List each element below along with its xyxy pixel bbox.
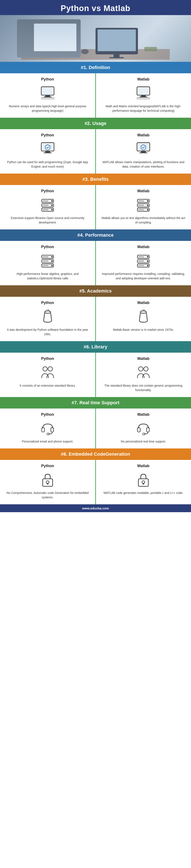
left-text-performance: High-performance linear algebra, graphic…	[4, 272, 91, 281]
section-header-usage: #2. Usage	[0, 118, 191, 129]
svg-rect-20	[141, 95, 146, 97]
section-header-realtime: #7. Real time Support	[0, 397, 191, 408]
svg-point-53	[51, 260, 53, 262]
left-col-library: Python It consists of an extensive stand…	[0, 353, 96, 397]
svg-rect-11	[144, 47, 157, 51]
hero-image	[0, 15, 191, 62]
left-title-usage: Python	[41, 133, 54, 137]
svg-rect-57	[42, 265, 49, 266]
right-icon-library	[135, 364, 152, 381]
left-icon-definition	[39, 85, 56, 101]
right-title-benefits: Matlab	[137, 189, 150, 193]
right-text-benefits: Matlab allows you to test algorithms imm…	[100, 216, 187, 225]
svg-point-71	[138, 367, 143, 371]
left-col-realtime: Python Personalized email and phone supp…	[0, 408, 96, 448]
left-icon-embedded	[39, 471, 56, 488]
comparison-row-realtime: Python Personalized email and phone supp…	[0, 408, 191, 448]
svg-rect-6	[98, 30, 136, 51]
svg-rect-42	[138, 200, 144, 201]
svg-point-38	[51, 209, 53, 211]
right-title-academics: Matlab	[137, 301, 150, 305]
hero-svg	[21, 17, 170, 60]
svg-point-47	[147, 209, 149, 211]
comparison-row-benefits: Python Extensive support libraries.Open …	[0, 185, 191, 229]
comparison-row-academics: Python It was development by Python soft…	[0, 297, 191, 341]
left-text-library: It consists of an extensive standard lib…	[20, 383, 75, 388]
left-text-realtime: Personalized email and phone support.	[22, 439, 73, 444]
right-text-definition: Math and Matrix oriented languages(MATLA…	[100, 104, 187, 113]
svg-rect-63	[138, 261, 144, 261]
left-icon-library	[39, 364, 56, 381]
svg-rect-45	[138, 205, 144, 206]
svg-rect-84	[143, 483, 144, 485]
svg-point-50	[51, 256, 53, 258]
left-text-benefits: Extensive support libraries.Open source …	[4, 216, 91, 225]
svg-rect-79	[43, 478, 53, 486]
svg-point-10	[81, 49, 89, 54]
svg-rect-7	[114, 54, 120, 57]
svg-point-70	[48, 367, 53, 371]
right-title-realtime: Matlab	[137, 412, 150, 417]
svg-point-35	[51, 204, 53, 206]
svg-rect-26	[44, 152, 52, 153]
svg-point-44	[147, 204, 149, 206]
svg-rect-14	[42, 88, 53, 94]
section-header-definition: #1. Definition	[0, 62, 191, 73]
svg-rect-81	[47, 483, 48, 485]
left-text-academics: It was development by Python software fo…	[4, 328, 91, 337]
svg-point-56	[51, 265, 53, 267]
right-icon-realtime	[135, 420, 152, 437]
svg-rect-22	[137, 97, 150, 99]
svg-rect-29	[141, 151, 146, 153]
comparison-row-embedded: Python No Comprehensive, Automatic code …	[0, 460, 191, 504]
svg-rect-33	[42, 200, 49, 201]
svg-rect-73	[41, 427, 44, 432]
right-title-library: Matlab	[137, 356, 150, 361]
left-title-benefits: Python	[41, 189, 54, 193]
right-col-realtime: Matlab No personalized real time support…	[96, 408, 191, 448]
left-col-usage: Python Python can be used for web progra…	[0, 129, 96, 174]
svg-rect-15	[45, 95, 50, 97]
svg-rect-16	[44, 96, 52, 97]
svg-point-62	[147, 260, 149, 262]
svg-rect-21	[139, 96, 148, 97]
section-header-academics: #5. Academics	[0, 285, 191, 297]
svg-rect-3	[54, 53, 61, 57]
left-col-definition: Python Numeric arrays and data type(A hi…	[0, 73, 96, 118]
svg-rect-39	[42, 209, 49, 210]
right-icon-benefits	[135, 196, 152, 213]
left-icon-benefits	[39, 196, 56, 213]
svg-point-41	[147, 200, 149, 202]
svg-rect-17	[41, 97, 54, 99]
svg-rect-9	[38, 50, 76, 54]
svg-rect-4	[49, 56, 66, 57]
section-header-embedded: #8. Embedded CodeGeneration	[0, 448, 191, 460]
left-title-library: Python	[41, 356, 54, 361]
svg-rect-82	[138, 478, 148, 486]
right-col-usage: Matlab MATLAB allows matrix manipulation…	[96, 129, 191, 174]
right-title-embedded: Matlab	[137, 464, 150, 468]
svg-rect-66	[138, 265, 144, 266]
left-col-academics: Python It was development by Python soft…	[0, 297, 96, 341]
svg-rect-76	[137, 427, 140, 432]
right-text-academics: Matlab Basic version is in market since …	[113, 328, 174, 332]
svg-rect-54	[42, 261, 49, 261]
left-text-usage: Python can be used for web programming (…	[4, 160, 91, 169]
comparison-row-definition: Python Numeric arrays and data type(A hi…	[0, 73, 191, 118]
comparison-row-usage: Python Python can be used for web progra…	[0, 129, 191, 174]
right-text-library: The standard library does not contain ge…	[100, 383, 187, 392]
svg-point-12	[28, 46, 36, 54]
left-icon-performance	[39, 252, 56, 269]
right-text-usage: MATLAB allows matrix manipulations, plot…	[100, 160, 187, 169]
right-col-benefits: Matlab Matlab allows you to test algorit…	[96, 185, 191, 229]
section-header-performance: #4. Performance	[0, 229, 191, 241]
right-icon-definition	[135, 85, 152, 101]
left-title-realtime: Python	[41, 412, 54, 417]
right-icon-embedded	[135, 471, 152, 488]
right-icon-performance	[135, 252, 152, 269]
right-title-usage: Matlab	[137, 133, 150, 137]
right-col-definition: Matlab Math and Matrix oriented language…	[96, 73, 191, 118]
comparison-row-performance: Python High-performance linear algebra, …	[0, 241, 191, 285]
svg-rect-48	[138, 209, 144, 210]
svg-rect-25	[45, 151, 50, 153]
